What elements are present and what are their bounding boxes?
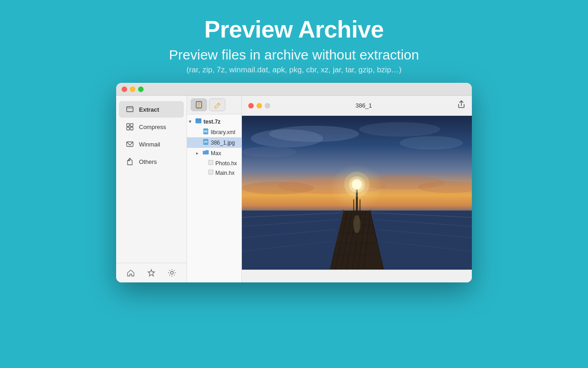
tree-item-max-label: Max [211, 150, 221, 157]
extract-icon [125, 105, 134, 114]
minimize-button[interactable] [130, 87, 135, 92]
svg-text:XML: XML [203, 130, 208, 133]
preview-minimize[interactable] [257, 103, 262, 108]
max-expand-arrow: ▸ [196, 151, 201, 156]
tree-root-label: test.7z [203, 119, 220, 125]
file-toolbar [187, 96, 241, 114]
preview-traffic-lights [248, 103, 270, 108]
file-tree: ▾ test.7z ▸ XML [187, 114, 241, 179]
svg-rect-3 [130, 124, 133, 126]
toolbar-btn-2[interactable] [209, 98, 225, 111]
svg-marker-81 [242, 211, 343, 269]
tree-item-library[interactable]: ▸ XML library.xml [187, 127, 241, 137]
traffic-lights [122, 87, 144, 92]
app-window: Extract Compress [116, 83, 472, 282]
star-footer-icon[interactable] [146, 268, 156, 278]
expand-arrow: ▾ [189, 119, 193, 124]
title-bar [116, 83, 472, 96]
svg-rect-5 [130, 127, 133, 130]
svg-point-26 [359, 122, 440, 137]
svg-point-78 [353, 215, 361, 233]
sidebar: Extract Compress [116, 96, 187, 282]
svg-rect-21 [208, 160, 213, 165]
header-section: Preview Archive Preview files in archive… [169, 0, 419, 83]
home-footer-icon[interactable] [126, 268, 136, 278]
preview-maximize[interactable] [265, 103, 270, 108]
preview-toolbar: 386_1 [242, 96, 472, 116]
tree-item-386-label: 386_1.jpg [211, 140, 235, 146]
gear-footer-icon[interactable] [167, 268, 177, 278]
toolbar-btn-1[interactable] [191, 98, 207, 111]
tree-item-photo[interactable]: ▸ Photo.hx [187, 158, 241, 168]
jpg-file-icon: JPG [203, 139, 209, 146]
page-title: Preview Archive [169, 16, 419, 43]
svg-marker-8 [148, 270, 155, 276]
svg-rect-2 [127, 124, 129, 126]
sidebar-item-winmail-label: Winmail [139, 141, 160, 148]
xml-file-icon: XML [203, 128, 209, 136]
file-panel: ▾ test.7z ▸ XML [187, 96, 242, 282]
sidebar-item-others[interactable]: Others [119, 153, 184, 170]
svg-text:JPG: JPG [203, 141, 208, 143]
pier-image [242, 116, 472, 269]
preview-panel: 386_1 [242, 96, 472, 282]
svg-rect-22 [208, 170, 213, 174]
hx-file-icon-1 [208, 160, 214, 167]
svg-point-27 [400, 136, 463, 150]
compress-icon [125, 122, 134, 131]
tree-item-photo-label: Photo.hx [215, 160, 237, 167]
others-icon [125, 157, 134, 166]
preview-bottom-bar [242, 270, 472, 282]
svg-point-28 [242, 146, 296, 157]
hx-file-icon-2 [208, 169, 214, 176]
sidebar-footer [116, 263, 187, 282]
svg-marker-82 [370, 211, 472, 269]
preview-close[interactable] [248, 103, 254, 108]
sidebar-item-others-label: Others [139, 158, 157, 165]
tree-item-max[interactable]: ▸ Max [187, 148, 241, 158]
tree-root[interactable]: ▾ test.7z [187, 116, 241, 127]
preview-filename: 386_1 [270, 102, 457, 109]
preview-actions [457, 100, 465, 111]
svg-point-9 [171, 271, 173, 274]
folder-icon [203, 149, 209, 157]
maximize-button[interactable] [138, 87, 144, 92]
svg-point-31 [242, 182, 314, 195]
sidebar-item-compress-label: Compress [139, 124, 166, 130]
sidebar-item-extract-label: Extract [139, 106, 159, 113]
svg-rect-0 [127, 107, 133, 112]
subtitle: Preview files in archive without extract… [169, 47, 419, 63]
app-content: Extract Compress [116, 96, 472, 282]
winmail-icon [125, 140, 134, 149]
svg-rect-4 [127, 127, 129, 130]
svg-point-77 [349, 176, 365, 193]
sidebar-item-compress[interactable]: Compress [119, 119, 184, 135]
svg-rect-15 [196, 119, 201, 123]
sidebar-item-extract[interactable]: Extract [119, 101, 184, 118]
formats-text: (rar, zip, 7z, winmail.dat, apk, pkg, cb… [169, 65, 419, 75]
sidebar-items: Extract Compress [116, 96, 187, 175]
share-button[interactable] [457, 100, 465, 111]
archive-icon [195, 118, 202, 125]
tree-item-library-label: library.xml [211, 129, 235, 135]
tree-item-main[interactable]: ▸ Main.hx [187, 168, 241, 178]
svg-point-25 [269, 126, 359, 142]
tree-item-386[interactable]: ▸ JPG 386_1.jpg [187, 137, 241, 148]
close-button[interactable] [122, 87, 127, 92]
sidebar-item-winmail[interactable]: Winmail [119, 136, 184, 152]
preview-image-container [242, 116, 472, 269]
tree-item-main-label: Main.hx [215, 170, 235, 176]
